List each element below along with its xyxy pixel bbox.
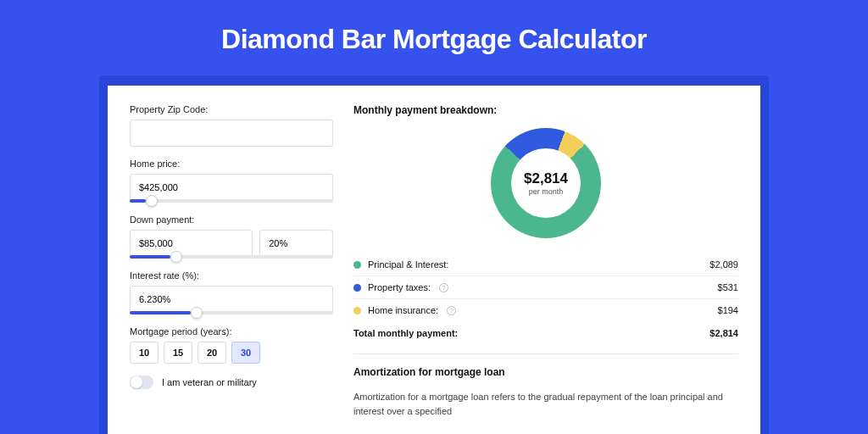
amortization-section: Amortization for mortgage loan Amortizat… — [353, 353, 738, 418]
legend-label: Principal & Interest: — [368, 259, 448, 270]
secondary-band: Property Zip Code: Home price: Down paym… — [99, 75, 769, 434]
veteran-toggle[interactable] — [130, 376, 153, 389]
slider-thumb[interactable] — [191, 307, 203, 319]
period-option-20[interactable]: 20 — [198, 342, 226, 364]
toggle-knob — [131, 376, 142, 388]
info-icon[interactable]: ? — [447, 306, 456, 315]
legend-value: $531 — [718, 282, 738, 292]
veteran-label: I am veteran or military — [162, 377, 257, 387]
donut-chart-container: $2,814 per month — [353, 128, 738, 238]
inputs-column: Property Zip Code: Home price: Down paym… — [130, 104, 333, 418]
down-payment-label: Down payment: — [130, 214, 333, 225]
slider-thumb[interactable] — [146, 195, 158, 207]
breakdown-header: Monthly payment breakdown: — [353, 104, 738, 116]
donut-chart: $2,814 per month — [491, 128, 601, 238]
legend-label: Home insurance: — [368, 305, 438, 315]
down-payment-slider[interactable] — [130, 255, 333, 259]
home-price-label: Home price: — [130, 159, 333, 169]
calculator-card: Property Zip Code: Home price: Down paym… — [108, 86, 760, 434]
down-payment-percent-input[interactable] — [259, 230, 333, 257]
period-option-30[interactable]: 30 — [231, 342, 260, 364]
interest-rate-label: Interest rate (%): — [130, 270, 333, 281]
legend-row: Home insurance:?$194 — [353, 299, 738, 321]
donut-amount: $2,814 — [524, 170, 568, 187]
amortization-header: Amortization for mortgage loan — [353, 366, 738, 378]
legend-label: Property taxes: — [368, 282, 431, 292]
donut-subtext: per month — [529, 187, 564, 196]
period-option-15[interactable]: 15 — [164, 342, 192, 364]
legend-value: $2,089 — [709, 259, 738, 270]
down-payment-field: Down payment: — [130, 214, 333, 259]
page-title: Diamond Bar Mortgage Calculator — [0, 0, 868, 75]
legend-row: Principal & Interest:$2,089 — [353, 253, 738, 276]
info-icon[interactable]: ? — [439, 283, 448, 292]
legend-dot — [353, 261, 361, 269]
veteran-row: I am veteran or military — [130, 376, 333, 389]
interest-rate-field: Interest rate (%): — [130, 270, 333, 314]
legend-dot — [353, 307, 361, 314]
mortgage-period-options: 10152030 — [130, 342, 333, 364]
interest-rate-input[interactable] — [130, 286, 333, 313]
home-price-input[interactable] — [130, 174, 333, 201]
home-price-slider[interactable] — [130, 199, 333, 203]
zip-input[interactable] — [130, 120, 333, 147]
down-payment-amount-input[interactable] — [130, 230, 253, 257]
breakdown-legend: Principal & Interest:$2,089Property taxe… — [353, 253, 738, 321]
legend-dot — [353, 284, 361, 292]
interest-rate-slider[interactable] — [130, 311, 333, 314]
mortgage-period-label: Mortgage period (years): — [130, 326, 333, 337]
slider-thumb[interactable] — [170, 251, 182, 263]
donut-center: $2,814 per month — [511, 148, 581, 218]
legend-row: Property taxes:?$531 — [353, 276, 738, 299]
legend-value: $194 — [718, 305, 738, 315]
mortgage-period-field: Mortgage period (years): 10152030 — [130, 326, 333, 364]
zip-field: Property Zip Code: — [130, 104, 333, 147]
total-value: $2,814 — [709, 328, 738, 338]
total-row: Total monthly payment: $2,814 — [353, 321, 738, 350]
period-option-10[interactable]: 10 — [130, 342, 159, 364]
amortization-body: Amortization for a mortgage loan refers … — [353, 390, 738, 418]
total-label: Total monthly payment: — [353, 328, 458, 338]
results-column: Monthly payment breakdown: $2,814 per mo… — [353, 104, 738, 418]
home-price-field: Home price: — [130, 159, 333, 203]
zip-label: Property Zip Code: — [130, 104, 333, 114]
